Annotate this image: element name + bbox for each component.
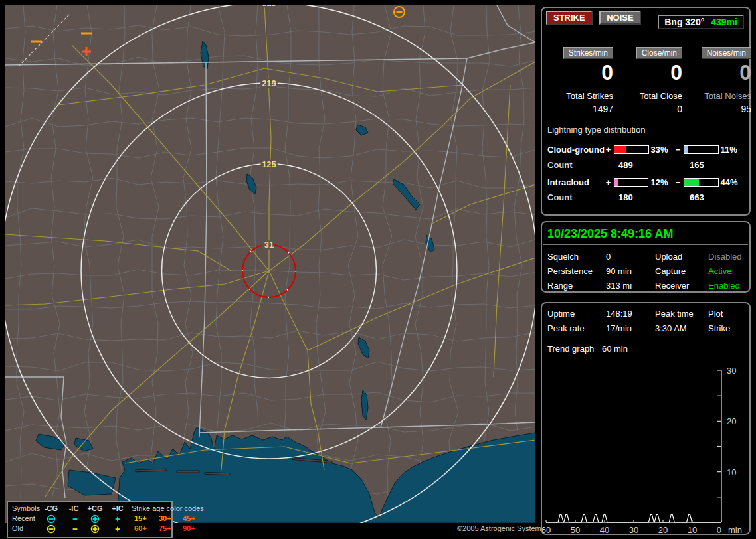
cg-count-label: Count bbox=[547, 160, 618, 170]
legend-recent-pos-cg-icon bbox=[86, 514, 104, 524]
legend-age-60+: 60+ bbox=[134, 524, 154, 533]
nexstorm-window: 31321912531 ©2005 Astrogenic Systems Sym… bbox=[0, 0, 756, 539]
cg-plus-count: 489 bbox=[618, 160, 690, 170]
legend-col-pic: +IC bbox=[108, 504, 128, 513]
plus-sign: + bbox=[605, 145, 612, 155]
upload-value: Disabled bbox=[708, 252, 749, 262]
svg-text:30: 30 bbox=[629, 525, 638, 533]
noise-button[interactable]: NOISE bbox=[599, 11, 640, 25]
ic-count-label: Count bbox=[547, 193, 618, 202]
legend-recent-label: Recent bbox=[12, 514, 35, 523]
legend-age-30+: 30+ bbox=[159, 514, 179, 523]
noises-per-min-chip: Noises/min bbox=[702, 47, 751, 59]
peak-rate-label: Peak rate bbox=[547, 323, 606, 333]
legend-col-ncg: -CG bbox=[43, 504, 60, 513]
map-svg: 31321912531 bbox=[5, 5, 535, 523]
svg-text:40: 40 bbox=[600, 525, 609, 533]
trend-graph-label: Trend graph bbox=[547, 344, 594, 354]
cg-plus-bar bbox=[614, 145, 648, 154]
svg-text:313: 313 bbox=[262, 5, 276, 8]
map-viewport[interactable]: 31321912531 bbox=[5, 5, 535, 523]
total-strikes-label: Total Strikes bbox=[545, 91, 613, 101]
legend-old-neg-cg-icon bbox=[43, 524, 60, 534]
svg-text:min: min bbox=[728, 525, 742, 533]
total-strikes-value: 1497 bbox=[545, 104, 613, 114]
strike-counters-panel: STRIKE NOISE Bng 320°439mi Strikes/min 0… bbox=[541, 7, 751, 216]
close-per-min-chip: Close/min bbox=[636, 47, 682, 59]
symbols-legend: Symbols -CG -IC +CG +IC Strike age color… bbox=[7, 501, 173, 538]
ic-plus-bar bbox=[614, 178, 648, 187]
svg-text:20: 20 bbox=[727, 416, 736, 426]
trend-graph-value: 60 min bbox=[602, 344, 628, 354]
cg-plus-pct: 33% bbox=[651, 145, 674, 155]
ic-plus-pct: 12% bbox=[650, 177, 674, 187]
rate-counters: Strikes/min 0 Total Strikes 1497 Close/m… bbox=[545, 46, 749, 114]
bearing-label: Bng 320° bbox=[664, 17, 704, 27]
range-label: Range bbox=[547, 281, 606, 291]
capture-value: Active bbox=[708, 266, 749, 276]
legend-col-nic: -IC bbox=[65, 504, 82, 513]
cg-minus-pct: 11% bbox=[721, 145, 744, 155]
capture-label: Capture bbox=[655, 266, 708, 276]
status-panel: 10/23/2025 8:49:16 AM Squelch 0 Upload D… bbox=[541, 221, 751, 293]
svg-text:60: 60 bbox=[542, 525, 551, 533]
squelch-label: Squelch bbox=[547, 252, 606, 262]
svg-text:31: 31 bbox=[264, 240, 274, 250]
plus-sign: + bbox=[605, 177, 612, 187]
squelch-value: 0 bbox=[606, 252, 655, 262]
minus-sign: − bbox=[674, 177, 682, 187]
legend-recent-pos-ic-icon bbox=[109, 514, 126, 524]
peak-rate-value: 17/min bbox=[606, 323, 655, 333]
uptime-value: 148:19 bbox=[606, 309, 655, 319]
intracloud-label: Intracloud bbox=[547, 177, 605, 187]
svg-text:125: 125 bbox=[262, 159, 276, 169]
receiver-value: Enabled bbox=[708, 281, 749, 291]
bearing-distance: 439mi bbox=[711, 17, 737, 27]
ic-minus-count: 663 bbox=[690, 193, 704, 202]
receiver-label: Receiver bbox=[655, 281, 708, 291]
strike-button[interactable]: STRIKE bbox=[546, 11, 593, 25]
legend-age-75+: 75+ bbox=[159, 524, 179, 533]
svg-text:20: 20 bbox=[658, 525, 668, 533]
cg-minus-count: 165 bbox=[690, 160, 704, 170]
total-close-value: 0 bbox=[614, 104, 682, 114]
svg-text:50: 50 bbox=[571, 525, 580, 533]
ic-plus-count: 180 bbox=[618, 193, 690, 202]
svg-text:219: 219 bbox=[262, 78, 276, 88]
peak-time-value: 3:30 AM bbox=[655, 323, 708, 333]
legend-age-45+: 45+ bbox=[183, 514, 203, 523]
upload-label: Upload bbox=[655, 252, 708, 262]
svg-text:0: 0 bbox=[717, 525, 721, 533]
lightning-distribution: Lightning type distribution Cloud-ground… bbox=[547, 125, 744, 202]
plot-label: Plot bbox=[708, 309, 749, 319]
total-noises-label: Total Noises bbox=[684, 91, 751, 101]
ic-minus-pct: 44% bbox=[721, 177, 744, 187]
legend-old-label: Old bbox=[12, 524, 23, 533]
session-panel: Uptime 148:19 Peak time Plot Peak rate 1… bbox=[541, 302, 751, 535]
legend-symbols-label: Symbols bbox=[12, 504, 40, 513]
legend-age-90+: 90+ bbox=[183, 524, 203, 533]
bearing-display: Bng 320°439mi bbox=[658, 15, 744, 29]
legend-recent-neg-cg-icon bbox=[43, 514, 60, 524]
total-close-label: Total Close bbox=[614, 91, 682, 101]
legend-old-pos-ic-icon bbox=[109, 524, 126, 534]
distribution-title: Lightning type distribution bbox=[547, 125, 744, 137]
legend-old-pos-cg-icon bbox=[86, 524, 104, 534]
legend-old-neg-ic-icon bbox=[66, 524, 84, 534]
close-per-min-value: 0 bbox=[614, 60, 682, 84]
legend-age-15+: 15+ bbox=[134, 514, 154, 523]
strikes-per-min-chip: Strikes/min bbox=[563, 47, 613, 59]
copyright-text: ©2005 Astrogenic Systems bbox=[457, 524, 545, 532]
legend-age-title: Strike age color codes bbox=[132, 504, 204, 513]
persistence-value: 90 min bbox=[606, 266, 655, 276]
divider bbox=[543, 244, 748, 245]
plot-value: Strike bbox=[708, 323, 749, 333]
peak-time-label: Peak time bbox=[655, 309, 708, 319]
trend-graph-chart: 1020306050403020100min bbox=[542, 355, 751, 533]
datetime-display: 10/23/2025 8:49:16 AM bbox=[547, 227, 744, 241]
strikes-per-min-value: 0 bbox=[545, 60, 613, 84]
ic-minus-bar bbox=[684, 178, 718, 187]
legend-col-pcg: +CG bbox=[85, 504, 105, 513]
svg-text:10: 10 bbox=[688, 525, 697, 533]
svg-text:30: 30 bbox=[727, 366, 736, 376]
